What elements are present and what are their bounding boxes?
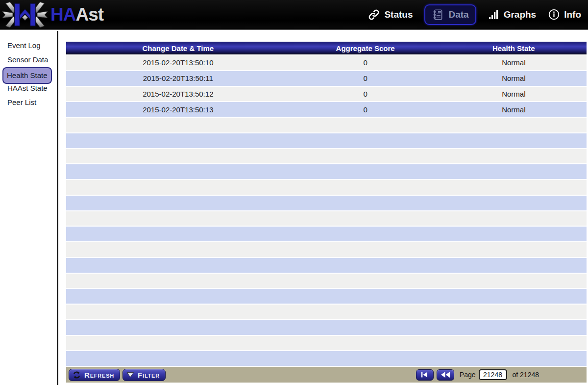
table-row xyxy=(66,211,587,226)
app-title-ast: Ast xyxy=(75,4,103,25)
table-row[interactable]: 2015-02-20T13:50:100Normal xyxy=(66,55,587,70)
main-content: Change Date & Time Aggregate Score Healt… xyxy=(66,42,587,383)
column-header-aggregate-score: Aggregate Score xyxy=(290,42,441,54)
top-bar: HAAst Status xyxy=(0,0,588,30)
table-row xyxy=(66,180,587,195)
bar-chart-icon xyxy=(488,9,500,21)
page-number-input[interactable] xyxy=(479,369,507,380)
filter-icon xyxy=(126,371,134,378)
page-label: Page xyxy=(460,371,476,379)
table-row xyxy=(66,149,587,164)
nav-item-label: Status xyxy=(384,9,413,20)
table-cell: 0 xyxy=(290,71,441,86)
table-cell: Normal xyxy=(441,102,587,117)
nav-item-label: Graphs xyxy=(504,9,537,20)
table-row xyxy=(66,336,587,351)
table-cell: 0 xyxy=(290,87,441,102)
sidebar-divider xyxy=(57,31,58,385)
sidebar-item-health-state[interactable]: Health State xyxy=(0,67,57,81)
table-cell: Normal xyxy=(441,71,587,86)
table-row xyxy=(66,164,587,179)
sidebar-item-haast-state[interactable]: HAAst State xyxy=(0,81,57,96)
table-cell: 2015-02-20T13:50:11 xyxy=(66,71,290,86)
link-icon xyxy=(368,8,380,21)
table-row[interactable]: 2015-02-20T13:50:110Normal xyxy=(66,71,587,86)
table-row xyxy=(66,274,587,288)
footer-bar: Refresh Filter xyxy=(66,367,587,383)
nav-item-info[interactable]: Info xyxy=(548,8,581,21)
table-row xyxy=(66,242,587,257)
fast-backward-icon xyxy=(441,372,450,378)
table-row[interactable]: 2015-02-20T13:50:130Normal xyxy=(66,102,587,117)
table-row xyxy=(66,196,587,210)
table-row[interactable]: 2015-02-20T13:50:120Normal xyxy=(66,87,587,102)
table-row xyxy=(66,351,587,366)
table-row xyxy=(66,133,587,148)
table-cell: Normal xyxy=(441,87,587,102)
previous-page-button[interactable] xyxy=(437,369,454,381)
notebook-icon xyxy=(432,8,444,21)
nav-item-label: Data xyxy=(448,9,468,20)
table-cell: 2015-02-20T13:50:13 xyxy=(66,102,290,117)
table-header: Change Date & Time Aggregate Score Healt… xyxy=(66,42,587,54)
table-row xyxy=(66,118,587,132)
top-nav: Status Data xyxy=(368,4,588,25)
info-icon xyxy=(548,8,560,21)
filter-button-label: Filter xyxy=(138,371,160,379)
column-header-health-state: Health State xyxy=(441,42,587,54)
table-cell: 0 xyxy=(290,102,441,117)
table-row xyxy=(66,289,587,304)
column-header-change-date: Change Date & Time xyxy=(66,42,290,54)
refresh-button-label: Refresh xyxy=(84,371,114,379)
first-page-button[interactable] xyxy=(416,369,434,381)
app-title-ha: HA xyxy=(50,4,75,25)
refresh-button[interactable]: Refresh xyxy=(69,369,120,381)
table-cell: 2015-02-20T13:50:10 xyxy=(66,55,290,70)
table-rows: 2015-02-20T13:50:100Normal2015-02-20T13:… xyxy=(66,55,587,366)
sidebar: Event Log Sensor Data Health State HAAst… xyxy=(0,31,57,110)
table-row xyxy=(66,227,587,241)
nav-item-label: Info xyxy=(564,9,581,20)
haast-app: { "topbar": { "logo": { "ha": "HA", "ast… xyxy=(0,0,588,385)
sidebar-item-peer-list[interactable]: Peer List xyxy=(0,96,57,110)
haast-asterisk-logo-icon xyxy=(1,1,49,28)
first-page-icon xyxy=(420,372,429,378)
pagination: Page of 21248 xyxy=(416,369,584,381)
table-cell: 0 xyxy=(290,55,441,70)
app-logo: HAAst xyxy=(0,1,103,28)
app-title: HAAst xyxy=(50,4,103,25)
table-row xyxy=(66,258,587,273)
nav-item-data[interactable]: Data xyxy=(424,4,476,25)
nav-item-graphs[interactable]: Graphs xyxy=(488,9,537,21)
table-row xyxy=(66,305,587,319)
filter-button[interactable]: Filter xyxy=(122,369,166,381)
table-row xyxy=(66,320,587,335)
page-total-label: of 21248 xyxy=(513,371,539,379)
table-cell: 2015-02-20T13:50:12 xyxy=(66,87,290,102)
sidebar-item-sensor-data[interactable]: Sensor Data xyxy=(0,53,57,67)
table-cell: Normal xyxy=(441,55,587,70)
sidebar-item-event-log[interactable]: Event Log xyxy=(0,39,57,53)
refresh-icon xyxy=(73,371,81,379)
nav-item-status[interactable]: Status xyxy=(368,8,413,21)
